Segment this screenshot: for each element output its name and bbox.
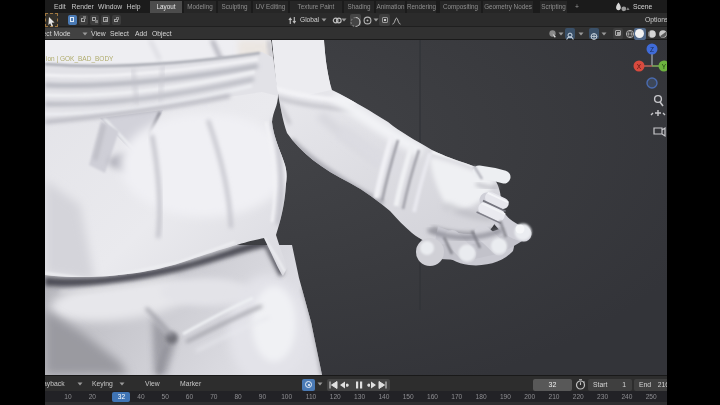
- svg-text:X: X: [637, 63, 642, 70]
- svg-text:Y: Y: [662, 63, 667, 70]
- svg-text:Z: Z: [650, 46, 654, 53]
- svg-text:ion | GOK_BAD_BODY: ion | GOK_BAD_BODY: [46, 55, 114, 63]
